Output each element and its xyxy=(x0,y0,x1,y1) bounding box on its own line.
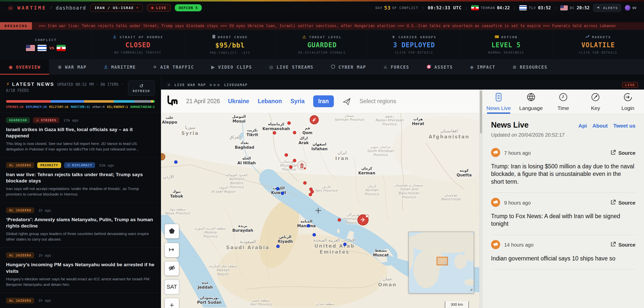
event-marker-blue[interactable] xyxy=(276,187,279,190)
user-avatar[interactable]: NV xyxy=(625,5,636,11)
feed-item[interactable]: 14 hours agoSourceIndian government offi… xyxy=(491,235,635,270)
zoom-in-button[interactable]: + xyxy=(165,298,179,308)
maritime-anchor-icon: ⚓ xyxy=(104,65,108,70)
status-cell-carrier-groups[interactable]: ✈CARRIER GROUPS3 DEPLOYEDCLICK FOR DETAI… xyxy=(368,30,460,59)
panel-tab-language[interactable]: Language xyxy=(515,90,547,114)
region-link-syria[interactable]: Syria xyxy=(291,98,305,105)
region-link-ukraine[interactable]: Ukraine xyxy=(228,98,249,105)
tab-impact[interactable]: ◈IMPACT xyxy=(461,59,504,75)
tab-assets[interactable]: ASSETS xyxy=(418,59,461,75)
panel-tab-news-live[interactable]: News Live xyxy=(482,90,515,114)
tab-war-map[interactable]: ⊕WAR MAP xyxy=(49,59,95,75)
israel-flag-icon xyxy=(37,45,47,51)
event-marker-building[interactable] xyxy=(298,161,306,170)
panel-tab-login[interactable]: Login xyxy=(612,90,644,114)
event-marker-blue[interactable] xyxy=(276,245,279,248)
legend-humanitarian: HUMANITARIAN:1 xyxy=(130,105,155,109)
svg-text:Riyadh: Riyadh xyxy=(278,239,293,244)
svg-text:Iran: Iran xyxy=(335,156,349,161)
event-marker-plane[interactable]: ✈ xyxy=(358,215,369,225)
satellite-toggle-button[interactable]: SAT xyxy=(165,280,179,294)
event-marker-half[interactable] xyxy=(161,153,165,160)
globe-icon xyxy=(526,92,536,103)
about-link[interactable]: About xyxy=(592,123,608,129)
event-marker-red[interactable] xyxy=(309,193,312,196)
tab-maritime[interactable]: ⚓MARITIME xyxy=(95,59,144,75)
refresh-button[interactable]: ↺ REFRESH xyxy=(128,81,155,96)
tab-forces[interactable]: ⚔FORCES xyxy=(375,59,418,75)
news-item[interactable]: GUARDIAN⚔STRIKES17m agoIsraeli strikes i… xyxy=(0,112,161,158)
badge-row: AL JAZEERA1h ago xyxy=(6,298,155,303)
event-marker-blue[interactable] xyxy=(343,243,346,246)
svg-text:خراسان جنوبی: خراسان جنوبی xyxy=(370,145,391,149)
feed-item[interactable]: 7 hours agoSourceTrump: Iran is losing $… xyxy=(491,143,635,193)
send-icon[interactable] xyxy=(342,97,351,106)
status-cell-defcon[interactable]: DEFCONLEVEL 5NORMAL READINESS xyxy=(460,30,552,59)
polygon-tool-button[interactable] xyxy=(165,224,179,239)
live-indicator[interactable]: LIVE xyxy=(147,4,171,12)
warmap-icon: ⊕ xyxy=(58,65,62,70)
main-tabs: ◉OVERVIEW⊕WAR MAP⚓MARITIME✈AIR TRAFFIC▶V… xyxy=(0,59,644,75)
status-cell-conflict[interactable]: CONFLICTvs xyxy=(0,30,92,59)
region-link-lebanon[interactable]: Lebanon xyxy=(258,98,282,105)
event-marker-blue[interactable] xyxy=(313,233,316,236)
status-cell-strait-of-hormuz[interactable]: ⚓STRAIT OF HORMUZCLOSEDNO COMMERCIAL TRA… xyxy=(92,30,184,59)
liveuamap-logo[interactable] xyxy=(167,94,178,108)
event-marker-blue[interactable] xyxy=(307,224,310,227)
svg-text:کرمانشاه: کرمانشاه xyxy=(268,122,285,126)
clock-city: TEHRAN xyxy=(481,6,495,10)
source-link[interactable]: Source xyxy=(610,149,635,157)
us-flag-icon xyxy=(560,5,568,10)
scrollbar-thumb[interactable] xyxy=(480,91,482,133)
event-marker-red[interactable] xyxy=(285,153,288,157)
resize-handle-icon[interactable] xyxy=(469,288,473,293)
embed-scrollbar[interactable] xyxy=(479,90,482,308)
status-cell-brent-crude[interactable]: BRENT CRUDE$95/bblPRE-CONFLICT: ~$75 xyxy=(184,30,276,59)
news-item[interactable]: AL JAZEERA1h ago‘Predators’: Amnesty sla… xyxy=(0,203,161,248)
tab-live-streams[interactable]: ◎LIVE STREAMS xyxy=(261,59,322,75)
event-marker-red[interactable] xyxy=(303,181,306,184)
panel-tab-key[interactable]: Key xyxy=(579,90,612,114)
tab-air-traffic[interactable]: ✈AIR TRAFFIC xyxy=(144,59,203,75)
tab-cyber-map[interactable]: CYBER MAP xyxy=(322,59,375,75)
news-item[interactable]: AL JAZEERAPRIORITY⚖DIPLOMACY52m agoIran … xyxy=(0,158,161,203)
panel-tab-time[interactable]: Time xyxy=(547,90,579,114)
api-link[interactable]: Api xyxy=(578,123,587,129)
news-item[interactable]: AL JAZEERA1h ago xyxy=(0,293,161,308)
select-regions-label[interactable]: Select regions xyxy=(359,98,396,105)
event-marker-red[interactable] xyxy=(288,122,291,125)
minimap[interactable] xyxy=(409,232,474,293)
event-marker-red[interactable] xyxy=(338,218,341,221)
event-marker-red[interactable] xyxy=(289,166,292,169)
measure-tool-button[interactable] xyxy=(165,243,179,257)
breaking-label: BREAKING xyxy=(0,22,32,30)
svg-text:هرات: هرات xyxy=(413,117,423,121)
defcon-badge[interactable]: DEFCON 5 xyxy=(175,4,202,11)
status-cell-threat-level[interactable]: ⚠THREAT LEVELGUARDEDDE-ESCALATION SIGNAL… xyxy=(276,30,368,59)
region-active-iran[interactable]: Iran xyxy=(313,95,334,107)
event-marker-red[interactable] xyxy=(273,131,276,134)
news-item[interactable]: AL JAZEERA1h agoHungary’s incoming PM sa… xyxy=(0,248,161,293)
tab-overview[interactable]: ◉OVERVIEW xyxy=(0,59,49,75)
tab-video-clips[interactable]: ▶VIDEO CLIPS xyxy=(203,59,261,75)
hide-layers-button[interactable] xyxy=(165,261,179,276)
event-marker-rocket[interactable] xyxy=(310,116,318,124)
megaphone-icon xyxy=(491,148,500,158)
map-label-ar: الأردن xyxy=(163,174,174,179)
status-bar: CONFLICTvs⚓STRAIT OF HORMUZCLOSEDNO COMM… xyxy=(0,30,644,59)
event-marker-red[interactable] xyxy=(293,131,296,134)
tab-resources[interactable]: ≡RESOURCES xyxy=(504,59,556,75)
event-marker-red[interactable] xyxy=(293,159,296,162)
status-cell-markets[interactable]: MARKETSVOLATILECLICK FOR DETAILS xyxy=(552,30,644,59)
war-map[interactable]: حلبAleppoسورياSyriaالموصلMosulسمنانSemna… xyxy=(161,113,479,308)
event-marker-blue[interactable] xyxy=(174,161,177,164)
event-marker-red[interactable] xyxy=(311,190,314,193)
alerts-button[interactable]: ALERTS xyxy=(593,4,621,12)
source-link[interactable]: Source xyxy=(610,241,635,249)
status-sub: PRE-CONFLICT: ~$75 xyxy=(210,51,250,55)
event-marker-blue[interactable] xyxy=(281,192,284,195)
feed-item[interactable]: 9 hours agoSourceTrump to Fox News: A de… xyxy=(491,193,635,235)
tweet-us-link[interactable]: Tweet us xyxy=(613,123,635,129)
source-link[interactable]: Source xyxy=(610,199,635,207)
conflict-selector[interactable]: IRAN / US-ISRAE ▼ xyxy=(90,4,143,12)
